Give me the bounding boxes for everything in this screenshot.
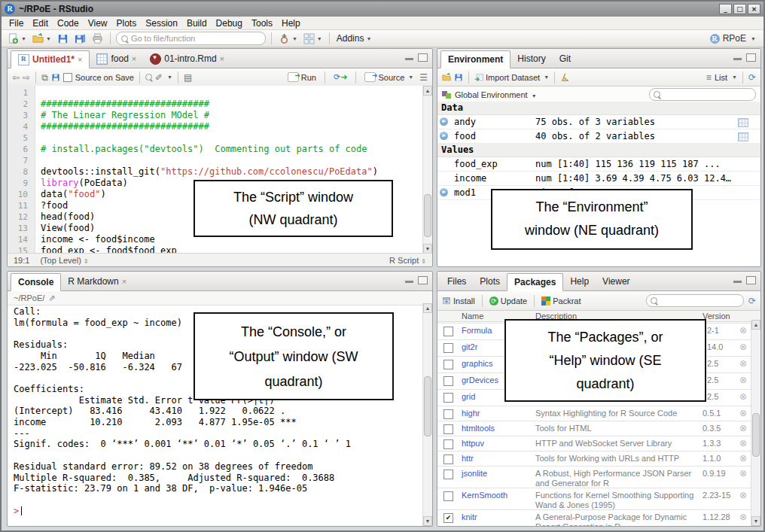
maximize-button[interactable]: □: [733, 4, 746, 14]
close-icon[interactable]: ×: [122, 277, 126, 286]
scroll-down-icon[interactable]: ▼: [751, 516, 760, 526]
package-link[interactable]: highr: [462, 409, 480, 418]
tab-food[interactable]: food ×: [90, 50, 143, 68]
package-link[interactable]: httr: [462, 454, 474, 463]
environment-search-input[interactable]: [649, 88, 756, 101]
packages-scrollbar[interactable]: ▲ ▼: [751, 320, 760, 526]
version-control-button[interactable]: ▼: [277, 32, 299, 45]
refresh-icon[interactable]: ⟳: [748, 296, 756, 306]
remove-package-icon[interactable]: ⊗: [739, 375, 747, 385]
tab-plots[interactable]: Plots: [473, 272, 507, 290]
package-link[interactable]: git2r: [462, 342, 477, 351]
remove-package-icon[interactable]: ⊗: [739, 438, 747, 448]
print-button[interactable]: [90, 32, 105, 45]
minimize-pane-icon[interactable]: [405, 58, 413, 60]
package-link[interactable]: grDevices: [462, 375, 498, 385]
tab-viewer[interactable]: Viewer: [596, 272, 636, 290]
clear-broom-icon[interactable]: [560, 73, 569, 82]
menu-item-code[interactable]: Code: [53, 18, 84, 29]
source-on-save-checkbox[interactable]: Source on Save: [63, 73, 134, 82]
import-dataset-button[interactable]: Import Dataset ▼: [474, 73, 549, 82]
package-checkbox[interactable]: [443, 454, 453, 464]
grid-view-icon[interactable]: [738, 118, 748, 127]
goto-file-input[interactable]: Go to file/function: [116, 32, 266, 45]
packrat-button[interactable]: Packrat: [541, 296, 581, 306]
remove-package-icon[interactable]: ⊗: [739, 342, 747, 352]
package-link[interactable]: KernSmooth: [462, 491, 507, 500]
tab-environment[interactable]: Environment: [440, 50, 511, 68]
remove-package-icon[interactable]: ⊗: [739, 408, 747, 418]
remove-package-icon[interactable]: ⊗: [739, 512, 747, 522]
package-checkbox[interactable]: [443, 327, 453, 336]
popout-icon[interactable]: ⧉: [41, 72, 48, 83]
scroll-up-icon[interactable]: ▲: [423, 86, 432, 96]
environment-row[interactable]: food_expnum [1:40] 115 136 119 115 187 .…: [437, 157, 760, 172]
scrollbar-thumb[interactable]: [424, 376, 431, 436]
refresh-icon[interactable]: ⟳: [748, 72, 756, 83]
run-button[interactable]: Run: [288, 72, 316, 82]
remove-package-icon[interactable]: ⊗: [739, 490, 747, 500]
source-button[interactable]: Source▼: [364, 72, 413, 82]
scroll-up-icon[interactable]: ▲: [423, 303, 432, 313]
package-checkbox[interactable]: [443, 376, 453, 386]
wand-icon[interactable]: ✐: [155, 72, 163, 83]
menu-item-help[interactable]: Help: [277, 18, 305, 29]
tab-console[interactable]: Console: [11, 273, 61, 291]
save-icon[interactable]: [51, 73, 60, 82]
forward-icon[interactable]: ⇨: [23, 72, 30, 83]
tab-01-intro[interactable]: 01-intro.Rmd ×: [143, 50, 231, 68]
notebook-icon[interactable]: ▤: [184, 72, 192, 83]
editor-scrollbar[interactable]: ▲ ▼: [422, 86, 432, 254]
remove-package-icon[interactable]: ⊗: [739, 423, 747, 433]
expand-icon[interactable]: ▶: [440, 188, 448, 196]
scroll-down-icon[interactable]: ▼: [423, 516, 432, 526]
package-checkbox[interactable]: [443, 393, 453, 403]
remove-package-icon[interactable]: ⊗: [739, 325, 747, 336]
grid-view-icon[interactable]: [738, 132, 748, 141]
menu-item-debug[interactable]: Debug: [212, 18, 247, 29]
filetype-selector[interactable]: R Script ⇕: [389, 256, 426, 265]
menu-item-tools[interactable]: Tools: [247, 18, 277, 29]
menu-item-view[interactable]: View: [84, 18, 112, 29]
maximize-pane-icon[interactable]: [746, 53, 756, 62]
back-icon[interactable]: ⇦: [12, 72, 20, 83]
rerun-button[interactable]: ⟳➜: [334, 72, 347, 82]
expand-icon[interactable]: ▶: [440, 117, 448, 126]
package-link[interactable]: knitr: [462, 512, 477, 521]
close-icon[interactable]: ×: [220, 54, 224, 63]
tab-history[interactable]: History: [511, 50, 552, 68]
remove-package-icon[interactable]: ⊗: [739, 391, 747, 402]
package-link[interactable]: Formula: [462, 326, 492, 335]
package-link[interactable]: httpuv: [462, 439, 484, 448]
package-link[interactable]: jsonlite: [462, 469, 487, 478]
minimize-button[interactable]: _: [719, 4, 732, 14]
scrollbar-thumb[interactable]: [424, 194, 431, 237]
update-button[interactable]: ⟳ Update: [489, 296, 527, 306]
package-link[interactable]: htmltools: [462, 424, 495, 433]
environment-row[interactable]: ▶food40 obs. of 2 variables: [437, 129, 760, 144]
maximize-pane-icon[interactable]: [418, 53, 428, 62]
menu-item-file[interactable]: File: [5, 18, 28, 29]
console-scrollbar[interactable]: ▲ ▼: [422, 303, 432, 526]
maximize-pane-icon[interactable]: [418, 276, 428, 284]
tab-untitled1[interactable]: Untitled1* ×: [11, 50, 90, 68]
minimize-pane-icon[interactable]: [405, 281, 413, 283]
project-menu-button[interactable]: R RPoE ▼: [710, 33, 759, 44]
scrollbar-thumb[interactable]: [752, 413, 760, 457]
scope-selector[interactable]: (Top Level) ⇕: [40, 256, 88, 265]
package-link[interactable]: graphics: [462, 359, 493, 368]
package-checkbox[interactable]: [443, 439, 453, 449]
open-workspace-icon[interactable]: [442, 73, 451, 82]
pane-layout-button[interactable]: ▼: [302, 32, 324, 45]
tab-packages[interactable]: Packages: [507, 273, 563, 291]
close-button[interactable]: ×: [748, 4, 760, 14]
save-button[interactable]: [56, 32, 70, 45]
install-button[interactable]: Install: [442, 296, 475, 306]
package-checkbox[interactable]: [443, 491, 453, 501]
tab-files[interactable]: Files: [440, 272, 473, 290]
package-checkbox[interactable]: [443, 409, 453, 419]
expand-icon[interactable]: ▶: [440, 132, 448, 140]
close-icon[interactable]: ×: [132, 54, 136, 63]
package-checkbox[interactable]: [443, 360, 453, 369]
environment-row[interactable]: ▶andy75 obs. of 3 variables: [437, 115, 760, 129]
